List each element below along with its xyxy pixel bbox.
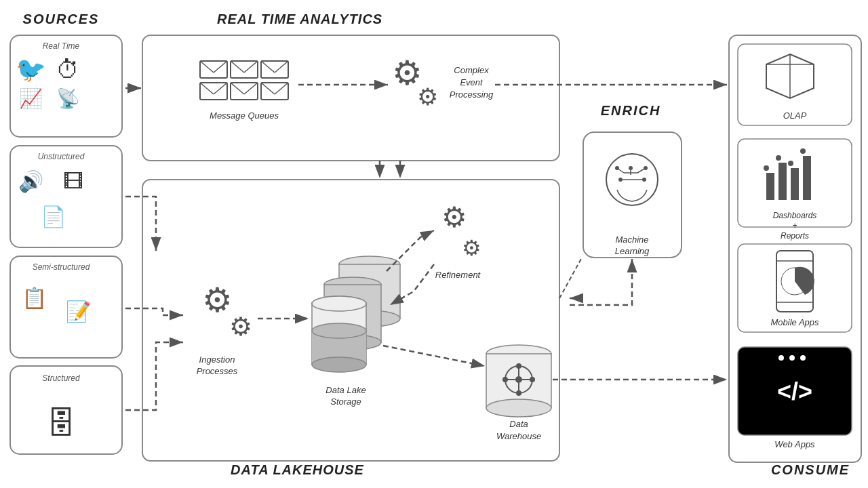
- svg-point-97: [615, 166, 619, 170]
- svg-point-127: [778, 355, 784, 361]
- svg-text:⚙: ⚙: [202, 281, 233, 319]
- svg-text:🎞: 🎞: [63, 170, 83, 192]
- svg-text:Ingestion: Ingestion: [199, 354, 235, 365]
- svg-line-28: [244, 61, 258, 73]
- svg-text:Real Time: Real Time: [43, 41, 80, 51]
- architecture-diagram: SOURCES Real Time 🐦 ⏱ 📈 📡 Unstructured 🔊…: [0, 0, 868, 488]
- svg-text:⚙: ⚙: [229, 312, 252, 341]
- svg-text:⚙: ⚙: [417, 83, 438, 110]
- svg-line-94: [637, 168, 646, 173]
- svg-point-92: [629, 166, 633, 170]
- svg-line-140: [559, 258, 582, 298]
- svg-text:</>: </>: [777, 378, 812, 405]
- svg-point-91: [642, 178, 646, 182]
- svg-point-113: [776, 155, 781, 161]
- svg-point-115: [800, 148, 806, 154]
- svg-text:Storage: Storage: [330, 396, 361, 407]
- svg-rect-23: [200, 61, 227, 78]
- svg-text:Learning: Learning: [615, 246, 650, 256]
- svg-rect-107: [738, 139, 852, 227]
- svg-rect-86: [583, 132, 682, 258]
- svg-point-58: [324, 335, 381, 350]
- svg-rect-102: [738, 44, 852, 125]
- svg-text:🐦: 🐦: [16, 55, 46, 84]
- svg-point-79: [516, 363, 521, 369]
- svg-rect-14: [10, 256, 122, 358]
- svg-text:⚙: ⚙: [441, 201, 467, 233]
- svg-point-72: [486, 399, 551, 417]
- svg-rect-109: [778, 163, 787, 200]
- svg-rect-120: [776, 251, 813, 312]
- svg-line-36: [231, 83, 244, 94]
- svg-rect-57: [324, 285, 381, 342]
- svg-text:Dashboards: Dashboards: [773, 211, 817, 220]
- svg-point-62: [312, 323, 366, 338]
- svg-point-87: [606, 154, 658, 205]
- svg-point-90: [618, 178, 623, 182]
- svg-text:Web Apps: Web Apps: [774, 439, 815, 449]
- svg-rect-111: [803, 156, 811, 200]
- svg-text:Complex: Complex: [454, 65, 489, 75]
- svg-rect-54: [339, 264, 400, 319]
- svg-rect-38: [261, 83, 288, 100]
- svg-text:🗄: 🗄: [46, 406, 77, 441]
- svg-line-25: [214, 61, 227, 73]
- svg-marker-103: [766, 54, 814, 98]
- svg-text:Data: Data: [509, 419, 528, 429]
- svg-point-129: [800, 355, 806, 361]
- svg-point-63: [312, 357, 366, 372]
- svg-text:Processing: Processing: [450, 89, 494, 100]
- svg-text:ENRICH: ENRICH: [601, 103, 661, 118]
- svg-text:📈: 📈: [19, 87, 43, 110]
- svg-rect-119: [738, 244, 852, 332]
- svg-point-82: [516, 390, 521, 396]
- svg-text:Event: Event: [460, 77, 484, 87]
- svg-text:OLAP: OLAP: [783, 110, 807, 121]
- svg-line-37: [244, 83, 258, 94]
- svg-rect-29: [261, 61, 288, 78]
- svg-rect-125: [738, 347, 852, 435]
- svg-rect-101: [729, 35, 861, 462]
- svg-point-55: [339, 310, 400, 327]
- svg-text:📡: 📡: [56, 87, 80, 110]
- svg-point-114: [788, 161, 793, 166]
- svg-point-70: [486, 345, 551, 363]
- svg-line-27: [231, 61, 244, 73]
- svg-text:Structured: Structured: [42, 373, 80, 383]
- svg-point-80: [530, 377, 535, 382]
- svg-text:Reports: Reports: [781, 231, 809, 241]
- svg-text:REAL TIME ANALYTICS: REAL TIME ANALYTICS: [217, 12, 382, 26]
- svg-text:⚙: ⚙: [392, 54, 422, 92]
- svg-line-24: [200, 61, 214, 73]
- svg-point-59: [312, 296, 366, 311]
- svg-point-74: [515, 376, 522, 383]
- svg-text:SOURCES: SOURCES: [23, 12, 100, 26]
- svg-rect-18: [10, 366, 122, 454]
- svg-line-33: [200, 83, 214, 94]
- svg-rect-110: [791, 168, 799, 200]
- svg-point-123: [781, 268, 808, 295]
- svg-text:Refinement: Refinement: [435, 270, 481, 280]
- svg-line-39: [261, 83, 275, 94]
- svg-rect-3: [10, 35, 122, 137]
- svg-point-53: [339, 256, 400, 272]
- svg-line-138: [383, 346, 485, 366]
- svg-text:Processes: Processes: [197, 366, 238, 376]
- svg-rect-22: [142, 35, 559, 161]
- svg-rect-26: [231, 61, 258, 78]
- svg-text:Machine: Machine: [615, 235, 648, 245]
- svg-text:Unstructured: Unstructured: [38, 152, 85, 161]
- svg-rect-47: [142, 180, 559, 461]
- svg-rect-35: [231, 83, 258, 100]
- svg-point-96: [644, 166, 648, 170]
- svg-text:Semi-structured: Semi-structured: [33, 262, 90, 272]
- svg-text:📝: 📝: [66, 300, 92, 324]
- svg-text:📄: 📄: [41, 205, 66, 229]
- svg-text:CONSUME: CONSUME: [771, 462, 850, 477]
- svg-text:DATA LAKEHOUSE: DATA LAKEHOUSE: [231, 462, 364, 477]
- svg-rect-61: [312, 331, 366, 365]
- svg-text:⚙: ⚙: [462, 236, 481, 260]
- svg-point-128: [789, 355, 795, 361]
- svg-text:Warehouse: Warehouse: [496, 431, 541, 441]
- svg-text:Message Queues: Message Queues: [210, 110, 279, 121]
